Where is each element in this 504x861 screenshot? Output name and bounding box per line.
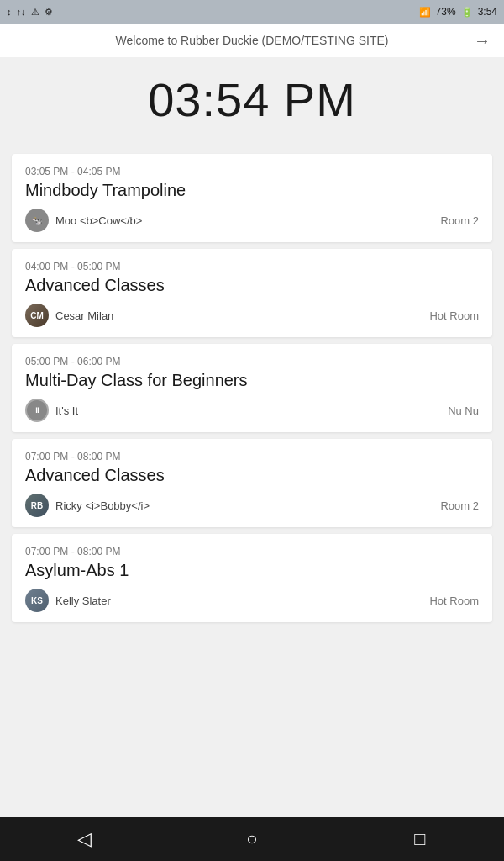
battery-icon: 🔋: [461, 7, 473, 18]
wifi-icon: 📶: [419, 7, 431, 18]
avatar-5: KS: [25, 589, 49, 612]
class-footer-4: RB Ricky <i>Bobby</i> Room 2: [25, 494, 479, 517]
recent-button[interactable]: □: [395, 822, 445, 856]
header: Welcome to Rubber Duckie (DEMO/TESTING S…: [0, 24, 504, 57]
room-1: Room 2: [440, 214, 479, 227]
class-card-5[interactable]: 07:00 PM - 08:00 PM Asylum-Abs 1 KS Kell…: [12, 534, 492, 622]
class-card-4[interactable]: 07:00 PM - 08:00 PM Advanced Classes RB …: [12, 439, 492, 527]
class-time-4: 07:00 PM - 08:00 PM: [25, 451, 479, 462]
back-button[interactable]: ◁: [59, 822, 109, 856]
time-display: 03:54 PM: [0, 57, 504, 145]
room-2: Hot Room: [429, 309, 479, 322]
class-name-5: Asylum-Abs 1: [25, 561, 479, 580]
status-bar: ↕ ↑↓ ⚠ ⚙ 📶 73% 🔋 3:54: [0, 0, 504, 24]
class-list: 03:05 PM - 04:05 PM Mindbody Trampoline …: [0, 145, 504, 817]
class-name-3: Multi-Day Class for Beginners: [25, 371, 479, 390]
instructor-5: KS Kelly Slater: [25, 589, 111, 612]
nav-bar: ◁ ○ □: [0, 817, 504, 861]
instructor-4: RB Ricky <i>Bobby</i>: [25, 494, 150, 517]
battery-percent: 73%: [436, 6, 456, 18]
class-time-1: 03:05 PM - 04:05 PM: [25, 166, 479, 177]
signal-icon: ↕: [7, 7, 12, 17]
room-3: Nu Nu: [448, 404, 479, 417]
avatar-1: 🐄: [25, 209, 49, 232]
room-4: Room 2: [440, 499, 479, 512]
header-title: Welcome to Rubber Duckie (DEMO/TESTING S…: [116, 34, 389, 47]
class-time-5: 07:00 PM - 08:00 PM: [25, 546, 479, 557]
instructor-name-2: Cesar Milan: [55, 309, 113, 322]
class-name-2: Advanced Classes: [25, 276, 479, 295]
class-name-4: Advanced Classes: [25, 466, 479, 485]
status-bar-left: ↕ ↑↓ ⚠ ⚙: [7, 7, 53, 18]
class-card-1[interactable]: 03:05 PM - 04:05 PM Mindbody Trampoline …: [12, 154, 492, 242]
instructor-2: CM Cesar Milan: [25, 304, 113, 327]
avatar-3: ⏸: [25, 399, 49, 422]
status-bar-right: 📶 73% 🔋 3:54: [419, 6, 497, 18]
data-icon: ↑↓: [17, 7, 26, 17]
home-button[interactable]: ○: [227, 822, 277, 856]
current-time: 03:54 PM: [148, 73, 356, 126]
class-name-1: Mindbody Trampoline: [25, 181, 479, 200]
instructor-1: 🐄 Moo <b>Cow</b>: [25, 209, 142, 232]
room-5: Hot Room: [429, 594, 479, 607]
warning-icon: ⚠: [31, 7, 39, 18]
logout-button[interactable]: →: [474, 31, 491, 50]
instructor-name-3: It's It: [55, 404, 78, 417]
instructor-3: ⏸ It's It: [25, 399, 78, 422]
class-card-3[interactable]: 05:00 PM - 06:00 PM Multi-Day Class for …: [12, 344, 492, 432]
class-time-3: 05:00 PM - 06:00 PM: [25, 356, 479, 367]
class-footer-5: KS Kelly Slater Hot Room: [25, 589, 479, 612]
status-time: 3:54: [478, 6, 497, 18]
settings-icon: ⚙: [45, 7, 53, 18]
instructor-name-1: Moo <b>Cow</b>: [55, 214, 142, 227]
avatar-4: RB: [25, 494, 49, 517]
class-footer-1: 🐄 Moo <b>Cow</b> Room 2: [25, 209, 479, 232]
class-footer-3: ⏸ It's It Nu Nu: [25, 399, 479, 422]
instructor-name-5: Kelly Slater: [55, 594, 111, 607]
instructor-name-4: Ricky <i>Bobby</i>: [55, 499, 150, 512]
class-time-2: 04:00 PM - 05:00 PM: [25, 261, 479, 272]
class-card-2[interactable]: 04:00 PM - 05:00 PM Advanced Classes CM …: [12, 249, 492, 337]
class-footer-2: CM Cesar Milan Hot Room: [25, 304, 479, 327]
avatar-2: CM: [25, 304, 49, 327]
